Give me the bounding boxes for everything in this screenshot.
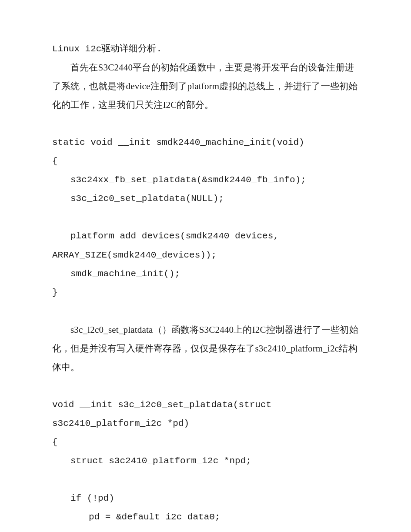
code-line: smdk_machine_init(); xyxy=(52,264,359,283)
code-line: ARRAY_SIZE(smdk2440_devices)); xyxy=(52,246,359,264)
code-line: struct s3c2410_platform_i2c *npd; xyxy=(52,452,359,470)
title-text: Linux i2c驱动详细分析. xyxy=(52,44,162,54)
code-line: if (!pd) xyxy=(52,489,359,508)
code-line: s3c24xx_fb_set_platdata(&smdk2440_fb_inf… xyxy=(52,171,359,189)
paragraph-explain: s3c_i2c0_set_platdata（）函数将S3C2440上的I2C控制… xyxy=(52,321,359,377)
code-line: { xyxy=(52,152,359,171)
code-line: } xyxy=(52,283,359,302)
document-page: Linux i2c驱动详细分析. 首先在S3C2440平台的初始化函数中，主要是… xyxy=(0,0,411,532)
code-line: static void __init smdk2440_machine_init… xyxy=(52,133,359,152)
blank-line xyxy=(52,470,359,489)
code-line: platform_add_devices(smdk2440_devices, xyxy=(52,227,359,245)
code-line: pd = &default_i2c_data0; xyxy=(52,508,359,526)
code-line: void __init s3c_i2c0_set_platdata(struct… xyxy=(52,395,359,433)
blank-line xyxy=(52,114,359,133)
blank-line xyxy=(52,302,359,321)
title-line: Linux i2c驱动详细分析. xyxy=(52,39,359,58)
code-line: s3c_i2c0_set_platdata(NULL); xyxy=(52,189,359,208)
code-line: { xyxy=(52,433,359,452)
blank-line xyxy=(52,377,359,395)
paragraph-intro: 首先在S3C2440平台的初始化函数中，主要是将开发平台的设备注册进了系统，也就… xyxy=(52,58,359,114)
blank-line xyxy=(52,208,359,227)
